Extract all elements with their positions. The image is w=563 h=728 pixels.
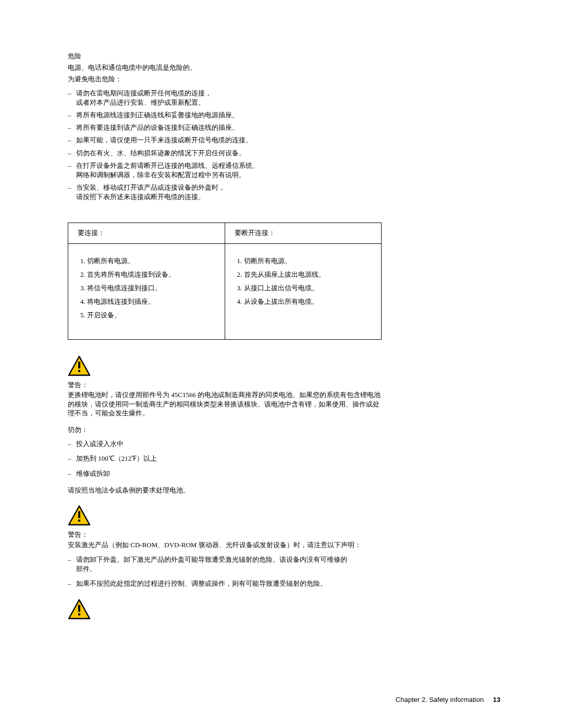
warning-triangle-icon <box>68 505 91 526</box>
danger-item: 在打开设备外盖之前请断开已连接的电源线、远程通信系统、网络和调制解调器，除非在安… <box>76 161 259 180</box>
table-row: 从设备上拔出所有电缆。 <box>244 297 372 306</box>
table-row: 首先从插座上拔出电源线。 <box>244 270 372 279</box>
danger-item: 请勿在雷电期间连接或断开任何电缆的连接，或者对本产品进行安装、维护或重新配置。 <box>76 89 212 107</box>
table-row: 切断所有电源。 <box>87 256 215 266</box>
footer-chapter: Chapter 2. Safety information <box>396 696 484 704</box>
table-row: 从接口上拔出信号电缆。 <box>244 283 372 293</box>
caution-item: 加热到 100℃（212℉）以上 <box>76 454 157 463</box>
svg-rect-1 <box>78 362 80 368</box>
caution-item: 维修或拆卸 <box>76 469 110 478</box>
svg-rect-8 <box>78 613 80 615</box>
caution-label: 警告： <box>68 530 386 539</box>
connect-disconnect-table: 要连接： 要断开连接： 切断所有电源。 首先将所有电缆连接到设备。 将信号电缆连… <box>68 223 382 339</box>
danger-item: 将所有电源线连接到正确连线和妥善接地的电源插座。 <box>76 110 239 120</box>
caution-body: 安装激光产品（例如 CD-ROM、DVD-ROM 驱动器、光纤设备或发射设备）时… <box>68 540 386 550</box>
table-head-connect: 要连接： <box>68 223 225 243</box>
danger-item: 当安装、移动或打开该产品或连接设备的外盖时，请按照下表所述来连接或断开电缆的连接… <box>76 183 225 202</box>
danger-line-2: 为避免电击危险： <box>68 75 500 84</box>
table-col-connect: 切断所有电源。 首先将所有电缆连接到设备。 将信号电缆连接到接口。 将电源线连接… <box>68 244 225 339</box>
table-row: 切断所有电源。 <box>244 256 372 266</box>
table-row: 将信号电缆连接到接口。 <box>87 283 215 293</box>
table-row: 将电源线连接到插座。 <box>87 297 215 306</box>
danger-item: 将所有要连接到该产品的设备连接到正确连线的插座。 <box>76 123 239 132</box>
caution-never: 切勿： <box>68 425 386 435</box>
caution-laser: 警告： 安装激光产品（例如 CD-ROM、DVD-ROM 驱动器、光纤设备或发射… <box>68 530 500 588</box>
warning-triangle-icon <box>68 355 91 376</box>
warning-triangle-icon <box>68 599 91 620</box>
danger-list: –请勿在雷电期间连接或断开任何电缆的连接，或者对本产品进行安装、维护或重新配置。… <box>68 89 500 202</box>
danger-line-1: 电源、电话和通信电缆中的电流是危险的。 <box>68 63 500 72</box>
table-col-disconnect: 切断所有电源。 首先从插座上拔出电源线。 从接口上拔出信号电缆。 从设备上拔出所… <box>225 244 382 339</box>
danger-block: 危险 电源、电话和通信电缆中的电流是危险的。 为避免电击危险： –请勿在雷电期间… <box>68 52 500 202</box>
svg-rect-4 <box>78 511 80 518</box>
page-footer: Chapter 2. Safety information 13 <box>396 695 500 705</box>
caution-body: 更换锂电池时，请仅使用部件号为 45C1566 的电池或制造商推荐的同类电池。如… <box>68 390 386 418</box>
danger-item: 如果可能，请仅使用一只手来连接或断开信号电缆的连接。 <box>76 135 252 145</box>
caution-tail: 请按照当地法令或条例的要求处理电池。 <box>68 486 386 495</box>
table-row: 首先将所有电缆连接到设备。 <box>87 270 215 279</box>
caution-item: 请勿卸下外盖。卸下激光产品的外盖可能导致遭受激光辐射的危险。该设备内没有可维修的… <box>76 555 347 574</box>
svg-rect-5 <box>78 520 80 522</box>
danger-item: 切勿在有火、水、结构损坏迹象的情况下开启任何设备。 <box>76 149 246 158</box>
caution-label: 警告： <box>68 380 386 390</box>
caution-item: 投入或浸入水中 <box>76 439 124 449</box>
table-head-disconnect: 要断开连接： <box>225 223 382 243</box>
table-row: 开启设备。 <box>87 311 215 320</box>
svg-rect-7 <box>78 605 80 612</box>
caution-battery: 警告： 更换锂电池时，请仅使用部件号为 45C1566 的电池或制造商推荐的同类… <box>68 380 500 495</box>
caution-item: 如果不按照此处指定的过程进行控制、调整或操作，则有可能导致遭受辐射的危险。 <box>76 579 327 588</box>
svg-rect-2 <box>78 370 80 372</box>
footer-page-number: 13 <box>493 696 500 704</box>
danger-title: 危险 <box>68 52 500 61</box>
